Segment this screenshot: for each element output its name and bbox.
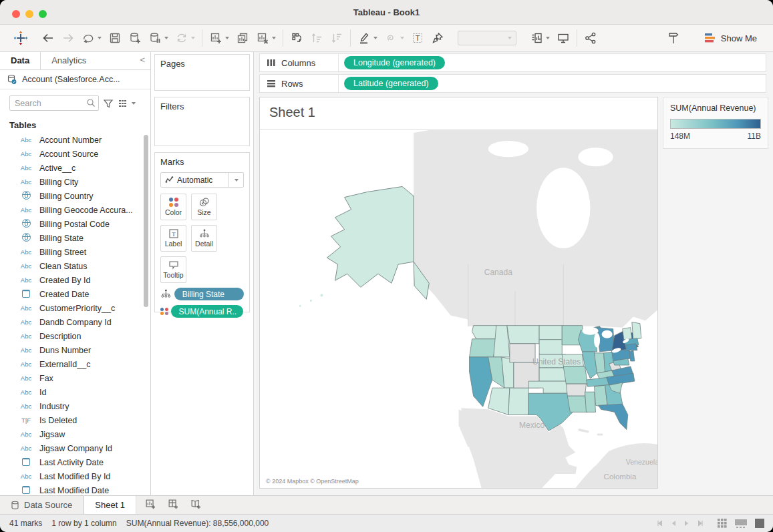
filters-label: Filters	[160, 101, 184, 111]
clear-sheet-caret-icon[interactable]	[272, 37, 276, 39]
map-view[interactable]: Canada United States Mexico Venezuela Co…	[260, 130, 657, 488]
field-row[interactable]: Abc Account Number	[0, 133, 150, 147]
show-filmstrip-icon[interactable]	[734, 518, 748, 529]
columns-shelf[interactable]: Columns Longitude (generated)	[259, 53, 766, 72]
group-members-button[interactable]	[384, 31, 404, 45]
show-sheet-sorter-icon[interactable]	[717, 518, 728, 529]
presentation-mode-button[interactable]	[557, 31, 570, 45]
new-data-source-button[interactable]	[128, 31, 142, 45]
field-row[interactable]: Abc Active__c	[0, 161, 150, 175]
pill-longitude-generated[interactable]: Longitude (generated)	[344, 56, 445, 69]
replay-button[interactable]	[82, 31, 102, 45]
view-options-button[interactable]	[118, 98, 136, 109]
pill-latitude-generated[interactable]: Latitude (generated)	[344, 77, 438, 90]
sort-descending-button[interactable]	[330, 31, 343, 45]
last-story-point-icon[interactable]	[697, 519, 705, 527]
highlight-button[interactable]	[357, 31, 377, 45]
field-row[interactable]: Abc Billing Geocode Accura...	[0, 203, 150, 217]
data-source-item[interactable]: Account (Salesforce.Acc...	[0, 70, 150, 89]
field-row[interactable]: Abc Billing City	[0, 175, 150, 189]
color-button[interactable]: Color	[160, 194, 186, 220]
fit-selector-dropdown[interactable]	[458, 31, 516, 45]
tab-data-source[interactable]: Data Source	[0, 496, 84, 514]
new-story-button[interactable]	[186, 496, 206, 514]
show-sheet-tabs-icon[interactable]	[754, 518, 765, 529]
mark-labels-caret-icon[interactable]	[546, 37, 550, 39]
zoom-window-button[interactable]	[39, 10, 47, 18]
tab-data[interactable]: Data	[0, 52, 41, 69]
pill-sum-annual-revenue[interactable]: SUM(Annual R..	[171, 305, 243, 318]
group-caret-icon[interactable]	[400, 37, 404, 39]
field-row[interactable]: Billing State	[0, 231, 150, 245]
run-caret-icon[interactable]	[191, 37, 195, 39]
first-story-point-icon[interactable]	[655, 519, 663, 527]
tableau-logo-icon[interactable]	[13, 31, 28, 45]
show-me-button[interactable]: Show Me	[705, 33, 757, 43]
label-button[interactable]: T Label	[160, 225, 186, 252]
show-mark-labels-button[interactable]	[530, 31, 550, 45]
field-row[interactable]: Abc Created By Id	[0, 273, 150, 287]
new-worksheet-tab-button[interactable]	[140, 496, 160, 514]
text-label-button[interactable]: T	[411, 31, 424, 45]
search-input[interactable]	[9, 95, 99, 111]
rows-shelf[interactable]: Rows Latitude (generated)	[259, 74, 766, 93]
field-row[interactable]: Last Activity Date	[0, 455, 150, 469]
field-row[interactable]: Abc Industry	[0, 399, 150, 413]
save-button[interactable]	[108, 31, 122, 45]
tooltip-button[interactable]: Tooltip	[160, 256, 186, 283]
pages-shelf[interactable]: Pages	[154, 54, 250, 91]
field-row[interactable]: Abc ExternalId__c	[0, 357, 150, 371]
fix-axes-pin-button[interactable]	[431, 31, 444, 45]
date-field-icon	[19, 458, 33, 467]
run-auto-updates-button[interactable]	[175, 31, 195, 45]
collapse-pane-chevron[interactable]: <	[140, 52, 150, 69]
tab-analytics[interactable]: Analytics	[41, 52, 97, 69]
close-window-button[interactable]	[12, 10, 20, 18]
field-row[interactable]: Abc Account Source	[0, 147, 150, 161]
tab-sheet1[interactable]: Sheet 1	[84, 496, 136, 514]
field-row[interactable]: Abc Fax	[0, 371, 150, 385]
pause-auto-updates-button[interactable]	[148, 31, 168, 45]
field-row[interactable]: Billing Country	[0, 189, 150, 203]
field-row[interactable]: Abc Dandb Company Id	[0, 315, 150, 329]
swap-axes-button[interactable]	[290, 31, 303, 45]
search-field[interactable]	[9, 95, 99, 111]
field-row[interactable]: T|F Is Deleted	[0, 413, 150, 427]
previous-story-point-icon[interactable]	[670, 519, 677, 527]
size-button[interactable]: Size	[191, 194, 217, 220]
next-story-point-icon[interactable]	[683, 519, 690, 527]
field-row[interactable]: Abc CustomerPriority__c	[0, 301, 150, 315]
pause-caret-icon[interactable]	[164, 37, 168, 39]
new-worksheet-button[interactable]	[209, 31, 229, 45]
undo-button[interactable]	[41, 31, 55, 45]
fields-scrollbar[interactable]	[144, 135, 148, 307]
pill-billing-state[interactable]: Billing State	[174, 288, 244, 300]
duplicate-sheet-button[interactable]	[236, 31, 249, 45]
new-worksheet-caret-icon[interactable]	[225, 37, 229, 39]
filters-shelf[interactable]: Filters	[154, 97, 250, 146]
field-row[interactable]: Abc Id	[0, 385, 150, 399]
state-NM	[508, 388, 528, 415]
new-dashboard-button[interactable]	[163, 496, 183, 514]
field-row[interactable]: Abc Description	[0, 329, 150, 343]
minimize-window-button[interactable]	[25, 10, 33, 18]
detail-button[interactable]: Detail	[191, 225, 217, 252]
redo-button[interactable]	[61, 31, 75, 45]
filter-fields-icon[interactable]	[103, 98, 114, 109]
share-button[interactable]	[584, 31, 597, 45]
field-row[interactable]: Abc Last Modified By Id	[0, 469, 150, 483]
signpost-icon[interactable]	[666, 31, 681, 45]
field-row[interactable]: Abc Billing Street	[0, 245, 150, 259]
replay-caret-icon[interactable]	[98, 37, 102, 39]
field-row[interactable]: Abc Clean Status	[0, 259, 150, 273]
field-row[interactable]: Billing Postal Code	[0, 217, 150, 231]
field-row[interactable]: Created Date	[0, 287, 150, 301]
color-legend[interactable]: SUM(Annual Revenue) 148M 11B	[663, 97, 768, 149]
clear-sheet-button[interactable]	[256, 31, 276, 45]
mark-type-dropdown[interactable]: Automatic	[160, 172, 244, 188]
field-row[interactable]: Abc Jigsaw Company Id	[0, 441, 150, 455]
highlight-caret-icon[interactable]	[373, 37, 377, 39]
field-row[interactable]: Abc Duns Number	[0, 343, 150, 357]
field-row[interactable]: Abc Jigsaw	[0, 427, 150, 441]
sort-ascending-button[interactable]	[310, 31, 323, 45]
